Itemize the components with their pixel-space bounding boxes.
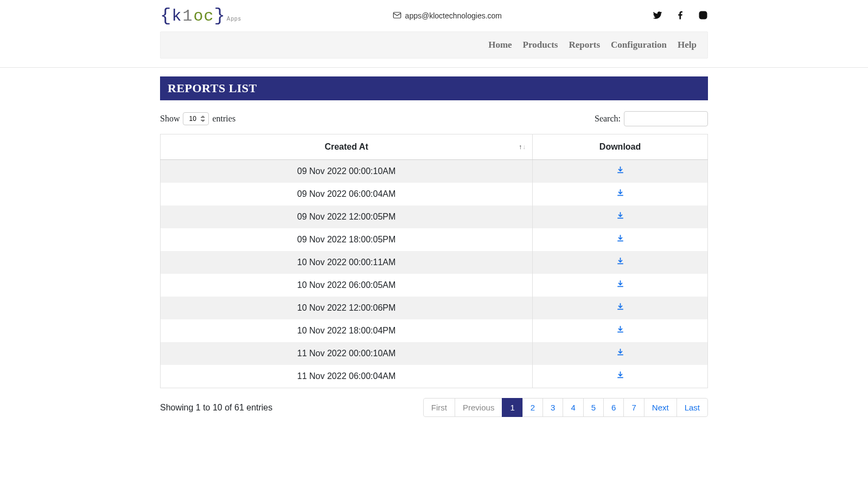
page-2[interactable]: 2	[522, 398, 543, 417]
table-row: 10 Nov 2022 18:00:04PM	[161, 319, 708, 342]
search-label: Search:	[595, 114, 621, 124]
nav-help[interactable]: Help	[678, 40, 697, 50]
logo-oc: oc	[193, 7, 214, 25]
download-icon[interactable]	[616, 235, 624, 242]
cell-download	[533, 319, 708, 342]
download-icon[interactable]	[616, 280, 624, 288]
logo-one: 1	[182, 7, 193, 25]
svg-rect-0	[393, 12, 401, 18]
contact-email[interactable]: apps@kloctechnologies.com	[392, 10, 502, 22]
table-row: 10 Nov 2022 06:00:05AM	[161, 274, 708, 297]
table-controls: Show 10 entries Search:	[160, 111, 708, 126]
download-icon[interactable]	[616, 326, 624, 333]
topbar: { k 1 oc } Apps apps@kloctechnologies.co…	[160, 0, 708, 31]
download-icon[interactable]	[616, 212, 624, 220]
cell-created-at: 09 Nov 2022 00:00:10AM	[161, 160, 533, 183]
instagram-icon[interactable]	[698, 10, 708, 22]
col-created-at[interactable]: Created At ↑↓	[161, 134, 533, 160]
table-row: 09 Nov 2022 00:00:10AM	[161, 160, 708, 183]
show-label-pre: Show	[160, 114, 180, 124]
download-icon[interactable]	[616, 189, 624, 197]
facebook-icon[interactable]	[675, 10, 685, 22]
cell-download	[533, 183, 708, 206]
download-icon[interactable]	[616, 371, 624, 379]
page-size-select[interactable]: 10	[183, 112, 209, 125]
cell-created-at: 10 Nov 2022 12:00:06PM	[161, 297, 533, 319]
page-6[interactable]: 6	[603, 398, 624, 417]
col-download: Download	[533, 134, 708, 160]
svg-point-2	[701, 14, 705, 17]
page-first: First	[423, 398, 455, 417]
nav-home[interactable]: Home	[488, 40, 512, 50]
cell-download	[533, 365, 708, 388]
show-label-post: entries	[212, 114, 235, 124]
twitter-icon[interactable]	[653, 10, 662, 22]
divider	[0, 67, 868, 68]
cell-created-at: 10 Nov 2022 00:00:11AM	[161, 251, 533, 274]
cell-download	[533, 228, 708, 251]
cell-download	[533, 160, 708, 183]
page-4[interactable]: 4	[563, 398, 583, 417]
page-next[interactable]: Next	[644, 398, 677, 417]
sort-icon: ↑↓	[519, 144, 526, 150]
table-row: 11 Nov 2022 00:00:10AM	[161, 342, 708, 365]
page-3[interactable]: 3	[542, 398, 563, 417]
table-row: 11 Nov 2022 06:00:04AM	[161, 365, 708, 388]
cell-created-at: 09 Nov 2022 06:00:04AM	[161, 183, 533, 206]
page-1[interactable]: 1	[502, 398, 522, 417]
download-icon[interactable]	[616, 349, 624, 356]
table-info: Showing 1 to 10 of 61 entries	[160, 403, 272, 413]
social-links	[653, 10, 708, 22]
pagination: FirstPrevious1234567NextLast	[423, 398, 708, 417]
main-nav: Home Products Reports Configuration Help	[160, 31, 708, 59]
table-row: 09 Nov 2022 12:00:05PM	[161, 206, 708, 228]
cell-created-at: 10 Nov 2022 18:00:04PM	[161, 319, 533, 342]
page-last[interactable]: Last	[676, 398, 708, 417]
nav-configuration[interactable]: Configuration	[611, 40, 667, 50]
page-5[interactable]: 5	[583, 398, 604, 417]
svg-point-3	[705, 12, 706, 14]
col-download-label: Download	[599, 142, 641, 151]
table-row: 09 Nov 2022 06:00:04AM	[161, 183, 708, 206]
cell-download	[533, 342, 708, 365]
search-input[interactable]	[624, 111, 708, 126]
cell-created-at: 11 Nov 2022 06:00:04AM	[161, 365, 533, 388]
page-7[interactable]: 7	[623, 398, 644, 417]
logo-k: k	[171, 7, 182, 25]
mail-icon	[392, 10, 402, 22]
download-icon[interactable]	[616, 166, 624, 174]
contact-email-text: apps@kloctechnologies.com	[405, 11, 502, 20]
cell-created-at: 09 Nov 2022 12:00:05PM	[161, 206, 533, 228]
cell-download	[533, 297, 708, 319]
reports-table: Created At ↑↓ Download 09 Nov 2022 00:00…	[160, 134, 708, 388]
cell-created-at: 10 Nov 2022 06:00:05AM	[161, 274, 533, 297]
page-size-control: Show 10 entries	[160, 112, 235, 125]
cell-download	[533, 206, 708, 228]
search-control: Search:	[595, 111, 708, 126]
logo-brace-open: {	[160, 5, 171, 26]
page-previous: Previous	[455, 398, 502, 417]
table-row: 10 Nov 2022 12:00:06PM	[161, 297, 708, 319]
download-icon[interactable]	[616, 258, 624, 265]
cell-download	[533, 251, 708, 274]
col-created-at-label: Created At	[324, 142, 368, 151]
logo-brace-close: }	[214, 5, 225, 26]
page-title: REPORTS LIST	[160, 76, 708, 100]
logo[interactable]: { k 1 oc } Apps	[160, 5, 241, 26]
table-row: 10 Nov 2022 00:00:11AM	[161, 251, 708, 274]
table-row: 09 Nov 2022 18:00:05PM	[161, 228, 708, 251]
table-footer: Showing 1 to 10 of 61 entries FirstPrevi…	[160, 398, 708, 417]
nav-reports[interactable]: Reports	[569, 40, 600, 50]
nav-products[interactable]: Products	[523, 40, 558, 50]
download-icon[interactable]	[616, 303, 624, 311]
cell-created-at: 09 Nov 2022 18:00:05PM	[161, 228, 533, 251]
cell-download	[533, 274, 708, 297]
cell-created-at: 11 Nov 2022 00:00:10AM	[161, 342, 533, 365]
logo-suffix: Apps	[227, 16, 241, 22]
